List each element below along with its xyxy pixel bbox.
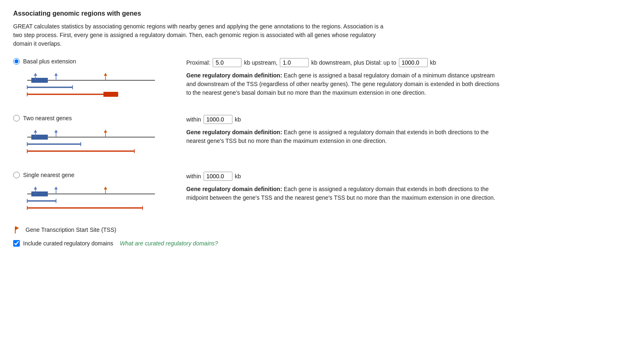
tss3-arrow	[104, 73, 107, 76]
two-within-input[interactable]	[204, 115, 232, 124]
option-right-single: within kb Gene regulatory domain definit…	[186, 172, 620, 202]
tss-legend-text: Gene Transcription Start Site (TSS)	[26, 226, 116, 233]
distal-unit: kb	[430, 59, 436, 66]
curated-row: Include curated regulatory domains What …	[13, 240, 620, 247]
page-title: Associating genomic regions with genes	[13, 10, 620, 17]
tss1-arrow2	[34, 130, 37, 133]
two-label-text: Two nearest genes	[23, 115, 72, 121]
tss-legend-row: Gene Transcription Start Site (TSS)	[13, 225, 620, 234]
curated-link[interactable]: What are curated regulatory domains?	[120, 240, 218, 247]
single-within-input[interactable]	[204, 172, 232, 181]
single-diagram	[23, 182, 170, 215]
two-within-unit: kb	[235, 116, 241, 123]
proximal-label: Proximal:	[186, 59, 210, 66]
two-definition-bold: Gene regulatory domain definition:	[186, 129, 282, 135]
basal-definition-bold: Gene regulatory domain definition:	[186, 72, 282, 79]
two-within-label: within	[186, 116, 201, 123]
tss3-arrow3	[104, 187, 107, 189]
two-diagram	[23, 126, 170, 159]
upstream-unit: kb upstream,	[244, 59, 277, 66]
proximal-upstream-input[interactable]	[213, 58, 241, 67]
two-radio[interactable]	[13, 115, 20, 121]
option-left-basal: Basal plus extension	[13, 58, 170, 102]
two-svg	[23, 126, 163, 159]
option-row-two: Two nearest genes	[13, 115, 620, 159]
single-params: within kb	[186, 172, 620, 181]
option-row-basal: Basal plus extension	[13, 58, 620, 102]
basal-definition: Gene regulatory domain definition: Each …	[186, 71, 499, 97]
single-radio[interactable]	[13, 172, 20, 178]
two-option-label: Two nearest genes	[13, 115, 170, 121]
tss3-arrow2	[104, 130, 107, 133]
single-within-label: within	[186, 173, 201, 180]
options-container: Basal plus extension	[13, 58, 620, 215]
basal-radio[interactable]	[13, 58, 20, 65]
single-option-label: Single nearest gene	[13, 172, 170, 178]
tss2-arrow3	[54, 187, 58, 189]
tss2-arrow	[54, 73, 58, 76]
single-within-unit: kb	[235, 173, 241, 180]
svg-marker-31	[15, 226, 19, 230]
option-right-basal: Proximal: kb upstream, kb downstream, pl…	[186, 58, 620, 97]
basal-diagram	[23, 69, 170, 102]
tss1-arrow3	[34, 187, 37, 189]
option-left-single: Single nearest gene	[13, 172, 170, 215]
tss-icon	[13, 225, 22, 234]
gene1-bar3	[31, 191, 48, 196]
option-left-two: Two nearest genes	[13, 115, 170, 159]
two-definition: Gene regulatory domain definition: Each …	[186, 128, 499, 145]
gene2-red-block	[103, 92, 118, 97]
curated-checkbox[interactable]	[13, 240, 20, 247]
footer: Gene Transcription Start Site (TSS) Incl…	[13, 225, 620, 247]
proximal-downstream-input[interactable]	[280, 58, 309, 67]
single-label-text: Single nearest gene	[23, 172, 75, 178]
curated-label: Include curated regulatory domains	[23, 240, 113, 247]
option-row-single: Single nearest gene	[13, 172, 620, 215]
basal-option-label: Basal plus extension	[13, 58, 170, 65]
option-right-two: within kb Gene regulatory domain definit…	[186, 115, 620, 145]
tss2-arrow2	[54, 130, 58, 133]
single-definition: Gene regulatory domain definition: Each …	[186, 185, 499, 202]
downstream-unit: kb downstream, plus Distal: up to	[311, 59, 396, 66]
distal-input[interactable]	[399, 58, 428, 67]
single-svg	[23, 182, 163, 215]
basal-label-text: Basal plus extension	[23, 58, 76, 65]
gene1-bar2	[31, 135, 48, 140]
intro-text: GREAT calculates statistics by associati…	[13, 22, 384, 48]
basal-svg	[23, 69, 163, 102]
tss1-arrow	[34, 73, 37, 76]
single-definition-bold: Gene regulatory domain definition:	[186, 186, 282, 192]
gene1-bar	[31, 78, 48, 83]
two-params: within kb	[186, 115, 620, 124]
basal-params: Proximal: kb upstream, kb downstream, pl…	[186, 58, 620, 67]
